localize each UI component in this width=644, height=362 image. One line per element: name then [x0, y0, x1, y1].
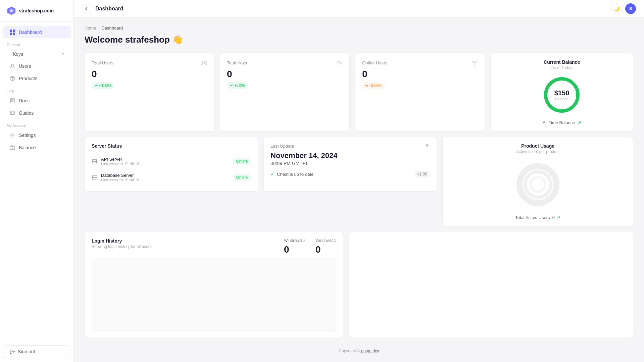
avatar[interactable]: S: [625, 3, 636, 14]
check-icon: ✓: [270, 171, 275, 177]
server-icon-db: [92, 174, 98, 180]
chevron-down-icon: ▾: [62, 52, 64, 56]
server-icon-api: [92, 158, 98, 164]
sidebar-item-label: Balance: [19, 145, 36, 150]
login-history-chart: [92, 258, 336, 331]
balance-card: Current Balance As of Today $150 Balance…: [490, 53, 633, 132]
balance-subtitle: As of Today: [551, 65, 572, 70]
breadcrumb-home[interactable]: Home: [85, 25, 96, 31]
server-item-db: Database Server Last checked: 21:48:18 O…: [92, 169, 251, 185]
footer: Copyright © purge.dev: [85, 343, 633, 359]
sidebar-item-balance[interactable]: Balance: [3, 142, 71, 154]
server-status-title: Server Status: [92, 143, 251, 149]
svg-point-23: [205, 61, 207, 63]
page-title: Welcome strafeshop 👋: [85, 35, 633, 45]
breadcrumb-current: Dashboard: [101, 25, 123, 31]
db-server-status: Online: [233, 174, 251, 181]
sidebar-item-users[interactable]: Users: [3, 60, 71, 72]
svg-point-24: [337, 61, 340, 64]
logo-icon: [7, 6, 16, 15]
total-keys-label: Total Keys: [227, 60, 247, 65]
windows11-stat: Windows11 0: [315, 238, 336, 255]
db-server-time: Last checked: 21:48:18: [101, 178, 229, 182]
theme-toggle-button[interactable]: 🌙: [611, 3, 622, 14]
svg-point-28: [474, 65, 475, 65]
sidebar-item-dashboard[interactable]: Dashboard: [3, 26, 71, 38]
all-time-balance: All Time Balance ↗: [543, 120, 581, 125]
sidebar-nav: Dashboard General Keys ▾ Users: [0, 22, 73, 341]
sidebar-item-docs[interactable]: Docs: [3, 95, 71, 107]
sidebar-item-label: Dashboard: [19, 30, 42, 35]
server-status-card: Server Status API Server Last checked: 2…: [85, 137, 258, 192]
sidebar-item-guides[interactable]: Guides: [3, 107, 71, 119]
svg-rect-4: [13, 30, 15, 32]
book-icon: [9, 110, 15, 116]
total-users-badge: +100%: [92, 82, 114, 89]
product-usage-card: Product Usage Active users per product T…: [442, 137, 633, 226]
update-date: November 14, 2024: [270, 151, 430, 160]
server-item-api: API Server Last checked: 21:48:18 Online: [92, 153, 251, 169]
balance-donut: $150 Balance: [542, 75, 582, 115]
windows10-value: 0: [284, 244, 305, 255]
svg-rect-5: [10, 33, 12, 35]
breadcrumb: Home › Dashboard: [85, 25, 633, 31]
gear-icon: [9, 132, 15, 138]
svg-point-38: [525, 172, 551, 197]
balance-icon: [9, 145, 15, 151]
svg-point-20: [12, 148, 13, 149]
sidebar-item-settings[interactable]: Settings: [3, 129, 71, 141]
total-users-label: Total Users: [92, 60, 113, 65]
product-usage-donut: [513, 159, 563, 210]
windows10-label: Windows10: [284, 238, 305, 243]
stat-card-online-users: Online Users 0 -0.00%: [355, 53, 485, 132]
sidebar-item-label: Settings: [19, 133, 36, 138]
stats-grid: Total Users 0 +100% Total Key: [85, 53, 633, 132]
total-keys-badge: +10%: [227, 82, 247, 89]
windows11-value: 0: [315, 244, 336, 255]
last-update-label: Last Update: [270, 144, 294, 149]
sign-out-label: Sign out: [18, 349, 35, 354]
collapse-sidebar-button[interactable]: [82, 4, 91, 13]
sidebar-item-products[interactable]: Products: [3, 72, 71, 85]
sidebar-item-label: Docs: [19, 98, 30, 103]
section-my-account: My Account: [0, 119, 73, 129]
content-area: Home › Dashboard Welcome strafeshop 👋 To…: [74, 17, 644, 362]
grid-icon: [9, 29, 15, 35]
windows11-label: Windows11: [315, 238, 336, 243]
api-server-name: API Server: [101, 157, 229, 162]
login-history-subtitle: Showing login history for all users: [92, 244, 152, 249]
stat-card-total-users: Total Users 0 +100%: [85, 53, 214, 132]
trend-up-icon: ↗: [577, 120, 581, 125]
person-icon: [9, 63, 15, 69]
cheat-status-label: Cheat is up to date: [277, 172, 313, 177]
version-badge: v1.00: [415, 171, 430, 177]
login-history-card: Login History Showing login history for …: [85, 232, 343, 338]
balance-title: Current Balance: [544, 59, 580, 65]
placeholder-card: [349, 232, 633, 338]
cheat-status: ✓ Cheat is up to date v1.00: [270, 171, 430, 177]
svg-rect-35: [92, 176, 97, 177]
product-usage-title: Product Usage: [521, 143, 554, 149]
api-server-status: Online: [233, 158, 251, 165]
svg-rect-36: [92, 178, 97, 179]
total-users-value: 0: [92, 69, 207, 80]
refresh-icon[interactable]: ↻: [426, 143, 430, 149]
footer-link[interactable]: purge.dev: [361, 349, 379, 353]
online-users-value: 0: [362, 69, 478, 80]
api-server-time: Last checked: 21:48:18: [101, 162, 229, 166]
sidebar-item-label: Products: [19, 76, 37, 81]
svg-point-39: [531, 177, 545, 192]
users-icon: [201, 59, 207, 66]
svg-point-18: [12, 135, 13, 136]
balance-label: Balance: [554, 97, 569, 101]
svg-point-32: [96, 160, 97, 161]
last-update-card: Last Update ↻ November 14, 2024 08:09 PM…: [263, 137, 437, 192]
sidebar-item-keys[interactable]: Keys ▾: [3, 48, 71, 60]
section-general: General: [0, 39, 73, 48]
breadcrumb-separator: ›: [98, 26, 100, 30]
online-users-label: Online Users: [362, 60, 387, 65]
total-active-users: Total Active Users: 0 ↗: [515, 215, 560, 220]
box-icon: [9, 75, 15, 82]
sign-out-button[interactable]: Sign out: [4, 345, 69, 358]
section-help: Help: [0, 85, 73, 94]
